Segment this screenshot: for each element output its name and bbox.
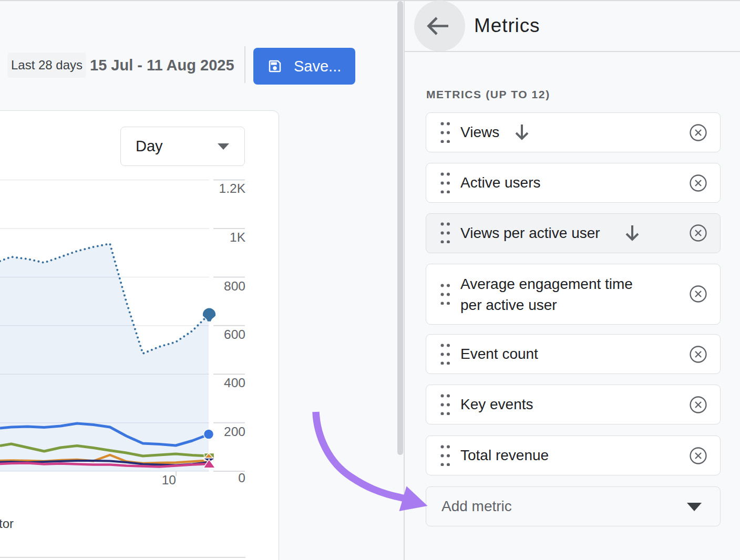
svg-text:1.2K: 1.2K bbox=[219, 181, 246, 195]
svg-text:0: 0 bbox=[238, 471, 245, 485]
svg-text:600: 600 bbox=[224, 327, 245, 341]
svg-text:400: 400 bbox=[224, 376, 245, 390]
svg-text:800: 800 bbox=[224, 279, 245, 293]
svg-text:1K: 1K bbox=[230, 230, 246, 244]
svg-text:200: 200 bbox=[224, 424, 245, 439]
svg-text:10: 10 bbox=[162, 473, 176, 487]
